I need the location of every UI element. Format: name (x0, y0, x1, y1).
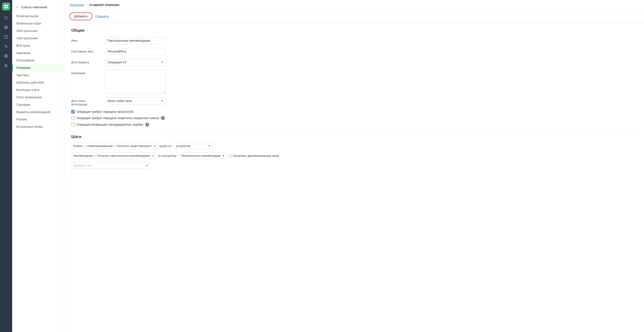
step3-select[interactable]: Выберите тип (71, 162, 150, 169)
sidebar-item-triggers[interactable]: Триггеры (12, 71, 64, 79)
checkbox2-label: Операция требует передачи секретного сер… (76, 116, 159, 120)
action-bar: Добавить Отменить (64, 10, 644, 23)
sliders-icon-btn[interactable] (2, 62, 10, 69)
step1-search-select[interactable]: устройству (174, 143, 213, 149)
step1-row: Клиент — Неавторизованный — Получить сущ… (71, 143, 637, 149)
step2-additional-fields-label: Получать дополнительные поля (234, 154, 279, 158)
integration-points-select-wrap: Demo online store ▼ (105, 97, 166, 104)
for-service-select[interactable]: Операция V3 Операция V2 Операция V1 (105, 59, 166, 66)
form-area: Общие Имя Системное имя Для сервиса Опер… (64, 23, 644, 332)
general-section-title: Общие (71, 28, 637, 33)
checkbox2-row: Операция требует передачи секретного сер… (71, 116, 637, 120)
for-service-row: Для сервиса Операция V3 Операция V2 Опер… (71, 59, 637, 66)
sidebar-item-promo-pools[interactable]: Пулы промокодов (12, 93, 64, 101)
sidebar-item-operations[interactable]: Операции (12, 64, 64, 71)
system-name-row: Системное имя (71, 48, 637, 55)
checkbox3-help-icon[interactable]: ? (145, 123, 149, 126)
step2-select-wrap: Рекомендации — Получить персональные рек… (71, 152, 156, 159)
sidebar-item-viber[interactable]: Viber-рассылки (12, 34, 64, 42)
sidebar-item-points[interactable]: Балльные счета (12, 86, 64, 93)
integration-points-label: Для точек интеграции (71, 97, 102, 106)
sidebar-nav: Email-рассылки Мобильные пуши SMS-рассыл… (12, 12, 64, 130)
system-name-input[interactable] (105, 48, 166, 55)
sidebar-item-embedded-blocks[interactable]: Встроенные блоки (12, 123, 64, 130)
checkbox1[interactable] (71, 110, 75, 113)
step1-search-select-wrap: устройству ▼ (174, 143, 213, 149)
step2-algo-label: по алгоритму (158, 154, 177, 158)
step2-algo-select-wrap: Песрональные рекомендации ▼ (179, 152, 227, 159)
main-area: Операции → Создание операции Добавить От… (64, 0, 644, 332)
cancel-button[interactable]: Отменить (95, 14, 109, 18)
sidebar-back-label: Список кампаний (21, 5, 47, 9)
svg-point-12 (5, 64, 6, 65)
globe-icon-btn[interactable] (2, 52, 10, 60)
svg-rect-6 (4, 36, 8, 38)
description-label: Описание (71, 70, 102, 75)
sidebar-item-recommendation-widgets[interactable]: Виджеты рекомендаций (12, 108, 64, 116)
step3-select-wrap: Выберите тип ▼ (71, 162, 150, 169)
sidebar-item-mobile-push[interactable]: Мобильные пуши (12, 20, 64, 27)
integration-points-select[interactable]: Demo online store (105, 97, 166, 104)
breadcrumb-current: Создание операции (90, 3, 120, 6)
step1-select-wrap: Клиент — Неавторизованный — Получить сущ… (71, 143, 157, 149)
steps-section-title: Шаги (71, 132, 637, 139)
sidebar-item-action-templates[interactable]: Шаблоны действий (12, 79, 64, 86)
sidebar-item-sms[interactable]: SMS-рассылки (12, 27, 64, 34)
sidebar-item-scenarios[interactable]: Сценарии (12, 101, 64, 108)
icon-bar (0, 0, 12, 332)
integration-points-row: Для точек интеграции Demo online store ▼ (71, 97, 637, 106)
svg-rect-0 (4, 5, 6, 6)
step2-clear-icon[interactable]: ✕ (149, 154, 151, 157)
checkbox2[interactable] (71, 116, 75, 120)
name-row: Имя (71, 37, 637, 44)
svg-point-13 (6, 65, 7, 66)
sidebar-item-votes[interactable]: Голосования (12, 57, 64, 64)
step1-search-by-label: ищем по (159, 144, 172, 148)
svg-point-4 (4, 16, 7, 19)
checkbox1-row: Операция требует передачи deviceUUID (71, 110, 637, 113)
checkbox2-help-icon[interactable]: ? (161, 116, 165, 120)
sidebar: Список кампаний Email-рассылки Мобильные… (12, 0, 64, 332)
step2-algo-select[interactable]: Песрональные рекомендации (179, 152, 227, 159)
description-textarea[interactable] (105, 70, 166, 93)
description-row: Описание (71, 70, 637, 93)
step1-select[interactable]: Клиент — Неавторизованный — Получить сущ… (71, 143, 157, 149)
for-service-select-wrap: Операция V3 Операция V2 Операция V1 ▼ (105, 59, 166, 66)
step2-row: Рекомендации — Получить персональные рек… (71, 152, 637, 159)
chart-icon-btn[interactable] (2, 42, 10, 50)
name-input[interactable] (105, 37, 166, 44)
sidebar-item-web-push[interactable]: Веб пуши (12, 42, 64, 49)
svg-rect-2 (4, 7, 6, 8)
checkbox3-row: Операция возвращает валидационные ошибки… (71, 123, 637, 126)
step2-additional-fields-checkbox[interactable] (229, 154, 232, 157)
checkbox3-label: Операция возвращает валидационные ошибки (76, 123, 143, 126)
add-button[interactable]: Добавить (70, 12, 92, 20)
step3-row: Выберите тип ▼ (71, 162, 637, 169)
sidebar-item-email[interactable]: Email-рассылки (12, 12, 64, 20)
step2-additional-fields-wrap: Получать дополнительные поля (229, 154, 279, 158)
checkbox1-label: Операция требует передачи deviceUUID (76, 110, 134, 113)
checkbox3[interactable] (71, 123, 75, 126)
logo (2, 2, 10, 10)
sidebar-item-campaign[interactable]: Кампания (12, 49, 64, 57)
sidebar-item-popups[interactable]: Попапы (12, 116, 64, 123)
svg-point-14 (6, 66, 6, 67)
breadcrumb-link[interactable]: Операции (70, 3, 84, 6)
briefcase-icon-btn[interactable] (2, 33, 10, 41)
for-service-label: Для сервиса (71, 59, 102, 64)
layers-icon-btn[interactable] (2, 23, 10, 31)
breadcrumb: Операции → Создание операции (64, 0, 644, 10)
svg-rect-3 (6, 7, 8, 8)
svg-rect-1 (6, 5, 8, 6)
step1-clear-icon[interactable]: ✕ (150, 145, 152, 148)
search-icon-btn[interactable] (2, 14, 10, 22)
sidebar-back-button[interactable]: Список кампаний (12, 3, 64, 12)
name-label: Имя (71, 37, 102, 42)
breadcrumb-arrow: → (85, 3, 88, 6)
system-name-label: Системное имя (71, 48, 102, 53)
step2-select[interactable]: Рекомендации — Получить персональные рек… (71, 152, 156, 159)
